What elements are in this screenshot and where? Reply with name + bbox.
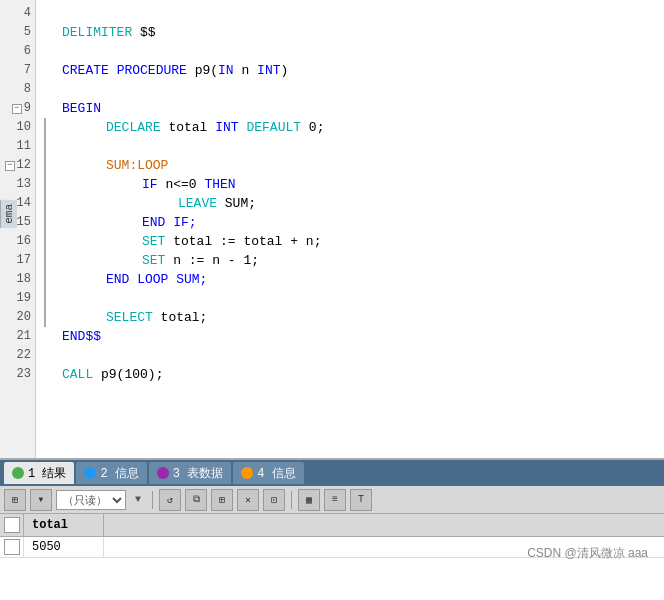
code-line[interactable] xyxy=(44,137,656,156)
results-section: 1 结果2 信息3 表数据4 信息 ⊞ ▼ （只读） ▼ ↺ ⧉ ⊞ ✕ ⊡ ▦… xyxy=(0,460,664,572)
code-line[interactable]: SELECT total; xyxy=(44,308,656,327)
line-number-text: 5 xyxy=(24,23,31,42)
line-number: −12 xyxy=(0,156,35,175)
code-line[interactable]: DECLARE total INT DEFAULT 0; xyxy=(44,118,656,137)
line-number: 5 xyxy=(0,23,35,42)
grid-cell: 5050 xyxy=(24,537,104,557)
fold-line-indicator xyxy=(44,213,46,232)
code-line[interactable] xyxy=(44,289,656,308)
code-line[interactable]: CALL p9(100); xyxy=(44,365,656,384)
line-number-text: 7 xyxy=(24,61,31,80)
code-line[interactable] xyxy=(44,4,656,23)
code-token: total := total + n; xyxy=(165,232,321,251)
fold-icon[interactable]: − xyxy=(5,161,15,171)
code-token xyxy=(109,61,117,80)
tab-tab3[interactable]: 3 表数据 xyxy=(149,462,231,484)
tab-tab4[interactable]: 4 信息 xyxy=(233,462,303,484)
code-content[interactable]: DELIMITER $$CREATE PROCEDURE p9(IN n INT… xyxy=(36,0,664,458)
filter-select[interactable]: （只读） xyxy=(56,490,126,510)
code-token: p9( xyxy=(187,61,218,80)
line-number: 8 xyxy=(0,80,35,99)
code-line[interactable]: END$$ xyxy=(44,327,656,346)
code-token: DEFAULT xyxy=(246,118,301,137)
line-number-text: 21 xyxy=(17,327,31,346)
line-number-text: 9 xyxy=(24,99,31,118)
toolbar-delete-btn[interactable]: ✕ xyxy=(237,489,259,511)
code-token: 0; xyxy=(301,118,324,137)
toolbar-bar: ⊞ ▼ （只读） ▼ ↺ ⧉ ⊞ ✕ ⊡ ▦ ≡ T xyxy=(0,486,664,514)
code-line[interactable] xyxy=(44,346,656,365)
code-line[interactable]: DELIMITER $$ xyxy=(44,23,656,42)
tab-label: 3 表数据 xyxy=(173,465,223,482)
line-number-text: 11 xyxy=(17,137,31,156)
code-line[interactable]: CREATE PROCEDURE p9(IN n INT) xyxy=(44,61,656,80)
code-token: SET xyxy=(142,232,165,251)
fold-line-indicator xyxy=(44,232,46,251)
toolbar-table-btn[interactable]: ▦ xyxy=(298,489,320,511)
tab-tab1[interactable]: 1 结果 xyxy=(4,462,74,484)
toolbar-list-btn[interactable]: ≡ xyxy=(324,489,346,511)
line-number: 22 xyxy=(0,346,35,365)
code-line[interactable]: BEGIN xyxy=(44,99,656,118)
code-token: INT xyxy=(215,118,238,137)
toolbar-divider-2 xyxy=(291,491,292,509)
line-number-text: 20 xyxy=(17,308,31,327)
line-number: 13 xyxy=(0,175,35,194)
code-token: DECLARE xyxy=(106,118,161,137)
code-token: SUM; xyxy=(217,194,256,213)
fold-line-indicator xyxy=(44,289,46,308)
fold-line-indicator xyxy=(44,137,46,156)
code-token: END LOOP SUM; xyxy=(106,270,207,289)
toolbar-export-btn[interactable]: ⊞ xyxy=(211,489,233,511)
toolbar-grid-btn[interactable]: ⊞ xyxy=(4,489,26,511)
code-line[interactable]: END IF; xyxy=(44,213,656,232)
line-number: −9 xyxy=(0,99,35,118)
row-checkbox-cell[interactable] xyxy=(0,537,24,557)
grid-header: total xyxy=(0,514,664,537)
line-number: 16 xyxy=(0,232,35,251)
tab-icon xyxy=(157,467,169,479)
code-token xyxy=(239,118,247,137)
code-line[interactable]: LEAVE SUM; xyxy=(44,194,656,213)
code-line[interactable] xyxy=(44,42,656,61)
toolbar-copy-btn[interactable]: ⧉ xyxy=(185,489,207,511)
code-token: SUM:LOOP xyxy=(106,156,168,175)
line-numbers: 45678−91011−121314151617181920212223 xyxy=(0,0,36,458)
toolbar-filter-btn[interactable]: ⊡ xyxy=(263,489,285,511)
tab-icon xyxy=(12,467,24,479)
toolbar-text-btn[interactable]: T xyxy=(350,489,372,511)
fold-icon[interactable]: − xyxy=(12,104,22,114)
code-token: SET xyxy=(142,251,165,270)
code-line[interactable]: IF n<=0 THEN xyxy=(44,175,656,194)
code-token: IN xyxy=(218,61,234,80)
code-line[interactable] xyxy=(44,80,656,99)
toolbar-menu-btn[interactable]: ▼ xyxy=(30,489,52,511)
line-number: 11 xyxy=(0,137,35,156)
line-number-text: 19 xyxy=(17,289,31,308)
code-line[interactable]: SET total := total + n; xyxy=(44,232,656,251)
line-number: 23 xyxy=(0,365,35,384)
line-number: 6 xyxy=(0,42,35,61)
toolbar-refresh-btn[interactable]: ↺ xyxy=(159,489,181,511)
code-line[interactable]: SET n := n - 1; xyxy=(44,251,656,270)
code-token: DELIMITER xyxy=(62,23,132,42)
code-token: total xyxy=(161,118,216,137)
code-line[interactable]: END LOOP SUM; xyxy=(44,270,656,289)
code-line[interactable]: SUM:LOOP xyxy=(44,156,656,175)
tab-label: 1 结果 xyxy=(28,465,66,482)
line-number: 4 xyxy=(0,4,35,23)
line-number-text: 8 xyxy=(24,80,31,99)
tab-label: 4 信息 xyxy=(257,465,295,482)
code-token: total; xyxy=(153,308,208,327)
grid-select-all[interactable] xyxy=(0,514,24,536)
row-checkbox[interactable] xyxy=(4,539,20,555)
line-number-text: 4 xyxy=(24,4,31,23)
watermark: CSDN @清风微凉 aaa xyxy=(527,545,648,562)
code-token: PROCEDURE xyxy=(117,61,187,80)
select-all-checkbox[interactable] xyxy=(4,517,20,533)
fold-line-indicator xyxy=(44,156,46,175)
line-number: 19 xyxy=(0,289,35,308)
filter-dropdown[interactable]: ▼ xyxy=(130,492,146,508)
code-token: CREATE xyxy=(62,61,109,80)
tab-tab2[interactable]: 2 信息 xyxy=(76,462,146,484)
